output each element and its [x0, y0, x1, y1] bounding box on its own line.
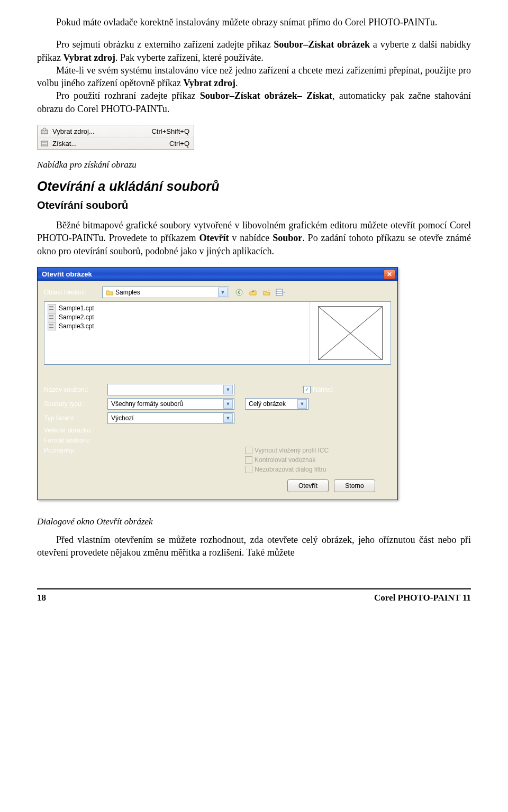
- paragraph-2: Pro sejmutí obrázku z externího zařízení…: [37, 38, 471, 64]
- lookin-combo[interactable]: Samples ▼: [102, 287, 229, 298]
- file-name: Sample2.cpt: [59, 313, 94, 321]
- size-label: Velikost obrázku:: [44, 427, 102, 434]
- command-ref: Otevřít: [199, 233, 229, 243]
- paragraph-3: Máte-li ve svém systému instalováno více…: [37, 64, 471, 90]
- preview-pane: [310, 302, 391, 364]
- dialog-title: Otevřít obrázek: [42, 270, 92, 278]
- text: Pro sejmutí obrázku z externího zařízení…: [56, 39, 274, 50]
- sort-label: Typ řazení:: [44, 414, 102, 422]
- file-item[interactable]: Sample3.cpt: [48, 322, 306, 331]
- open-button[interactable]: Otevřít: [287, 479, 329, 492]
- filename-input[interactable]: ▼: [107, 384, 234, 395]
- file-name: Sample3.cpt: [59, 322, 94, 330]
- checkbox-label: Kontrolovat vodoznak: [255, 456, 315, 464]
- product-name: Corel PHOTO-PAINT 11: [374, 593, 471, 603]
- svg-rect-2: [41, 141, 48, 146]
- up-icon[interactable]: [248, 288, 258, 297]
- file-icon: [48, 322, 56, 330]
- file-item[interactable]: Sample1.cpt: [48, 304, 306, 313]
- page-footer: 18 Corel PHOTO-PAINT 11: [37, 588, 471, 603]
- text: .: [235, 78, 238, 88]
- text: v nabídce: [229, 233, 273, 243]
- file-item[interactable]: Sample2.cpt: [48, 313, 306, 322]
- source-icon: [40, 126, 49, 136]
- icc-checkbox: Vyjmout vložený profil ICC: [245, 447, 329, 454]
- caption-menu: Nabídka pro získání obrazu: [37, 159, 471, 171]
- command-ref: Soubor–Získat obrázek: [274, 39, 370, 50]
- preview-placeholder: [318, 306, 383, 360]
- menu-item-shortcut: Ctrl+Shift+Q: [151, 127, 189, 135]
- menu-item-acquire[interactable]: Získat... Ctrl+Q: [38, 137, 194, 149]
- chevron-down-icon[interactable]: ▼: [218, 288, 228, 297]
- filename-label: Název souboru:: [44, 386, 102, 393]
- command-ref: Vybrat zdroj: [63, 52, 115, 63]
- menu-item-shortcut: Ctrl+Q: [169, 140, 189, 147]
- heading-open-save: Otevírání a ukládání souborů: [37, 179, 471, 194]
- checkbox-label: Nezobrazovat dialog filtru: [255, 466, 326, 473]
- lookin-label: Oblast hledání:: [44, 289, 102, 296]
- svg-point-1: [43, 128, 46, 131]
- file-icon: [48, 304, 56, 312]
- text: Máte-li ve svém systému instalováno více…: [37, 65, 471, 88]
- chevron-down-icon[interactable]: ▼: [297, 399, 307, 409]
- command-ref: Vybrat zdroj: [183, 78, 235, 88]
- lookin-value: Samples: [115, 289, 140, 296]
- sort-value: Výchozí: [111, 414, 134, 422]
- command-ref: Soubor–Získat obrázek– Získat: [200, 90, 332, 101]
- cancel-button[interactable]: Storno: [334, 479, 375, 492]
- menu-item-select-source[interactable]: Vybrat zdroj... Ctrl+Shift+Q: [38, 125, 194, 137]
- open-image-dialog: Otevřít obrázek ✕ Oblast hledání: Sample…: [37, 267, 398, 500]
- sort-combo[interactable]: Výchozí ▼: [107, 412, 234, 424]
- chevron-down-icon[interactable]: ▼: [223, 399, 233, 409]
- folder-icon: [106, 289, 113, 296]
- svg-point-5: [236, 289, 242, 296]
- acquire-icon: [40, 139, 49, 148]
- button-label: Storno: [345, 482, 364, 490]
- paragraph-6: Před vlastním otevřením se můžete rozhod…: [37, 533, 471, 559]
- menu-item-label: Získat...: [52, 140, 77, 147]
- checkbox-label: Náhled: [313, 386, 333, 393]
- format-label: Formát souboru:: [44, 437, 102, 444]
- watermark-checkbox: Kontrolovat vodoznak: [245, 456, 329, 464]
- menu-snippet: Vybrat zdroj... Ctrl+Shift+Q Získat... C…: [37, 125, 194, 150]
- button-label: Otevřít: [298, 482, 318, 490]
- checkbox-label: Vyjmout vložený profil ICC: [255, 447, 329, 454]
- chevron-down-icon[interactable]: ▼: [223, 413, 233, 423]
- paragraph-5: Běžné bitmapové grafické soubory vytvoře…: [37, 219, 471, 257]
- filter-dialog-checkbox: Nezobrazovat dialog filtru: [245, 466, 329, 473]
- filetype-label: Soubory typu:: [44, 400, 102, 408]
- file-icon: [48, 313, 56, 321]
- text: . Pak vyberte zařízení, které používáte.: [115, 52, 264, 63]
- text: Pro použití rozhraní zadejte příkaz: [56, 90, 200, 101]
- svg-rect-6: [276, 289, 283, 296]
- filetype-combo[interactable]: Všechny formáty souborů ▼: [107, 398, 234, 410]
- close-icon[interactable]: ✕: [384, 269, 395, 280]
- paragraph-4: Pro použití rozhraní zadejte příkaz Soub…: [37, 89, 471, 115]
- chevron-down-icon[interactable]: ▼: [223, 385, 233, 394]
- dialog-titlebar: Otevřít obrázek ✕: [38, 267, 397, 281]
- command-ref: Soubor: [273, 233, 302, 243]
- notes-label: Poznámky:: [44, 447, 102, 454]
- new-folder-icon[interactable]: [262, 288, 271, 297]
- paragraph-1: Pokud máte ovladače korektně instalovány…: [37, 16, 471, 29]
- back-icon[interactable]: [234, 288, 244, 297]
- page-number: 18: [37, 593, 46, 603]
- preview-checkbox[interactable]: ✓Náhled: [303, 386, 333, 393]
- caption-dialog: Dialogové okno Otevřít obrázek: [37, 516, 471, 528]
- menu-item-label: Vybrat zdroj...: [52, 127, 95, 135]
- full-value: Celý obrázek: [249, 400, 286, 408]
- heading-open: Otevírání souborů: [37, 199, 471, 211]
- file-name: Sample1.cpt: [59, 304, 94, 312]
- full-image-combo[interactable]: Celý obrázek ▼: [245, 398, 309, 410]
- views-icon[interactable]: [276, 288, 285, 297]
- file-list[interactable]: Sample1.cpt Sample2.cpt Sample3.cpt: [44, 301, 391, 365]
- filetype-value: Všechny formáty souborů: [111, 400, 183, 408]
